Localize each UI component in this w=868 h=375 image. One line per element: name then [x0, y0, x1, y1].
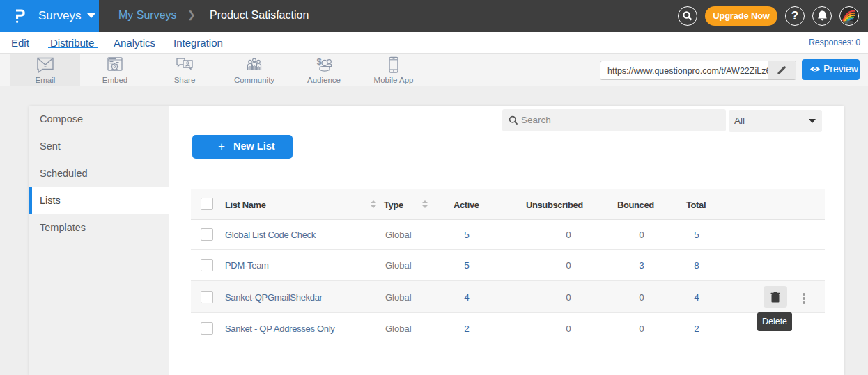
svg-text:$: $: [317, 56, 323, 67]
